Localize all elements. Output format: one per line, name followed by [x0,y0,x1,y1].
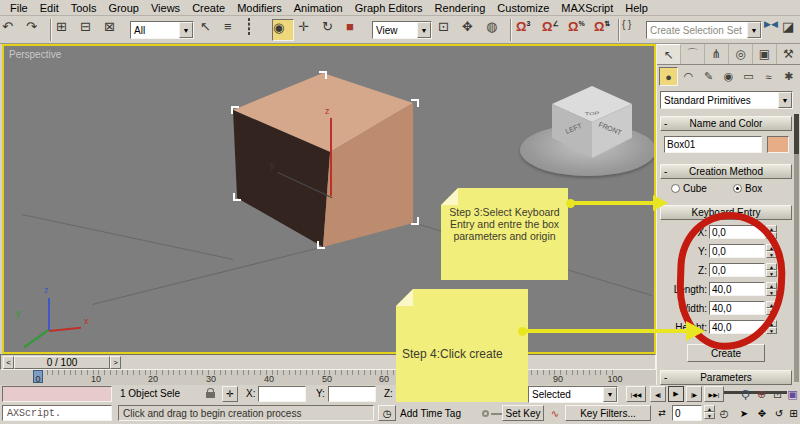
panel-scrollbar[interactable] [794,114,799,382]
menu-views[interactable]: Views [145,2,186,14]
move-icon[interactable]: ✛ [298,19,320,41]
chevron-down-icon[interactable]: ▼ [778,92,792,108]
undo-icon[interactable]: ↶ [2,19,24,41]
viewcube[interactable]: TOP LEFT FRONT [552,86,632,158]
selection-filter-dropdown[interactable]: All ▼ [130,21,194,39]
previous-frame-button[interactable]: ◀| [650,386,666,402]
spinner-down-icon[interactable]: ▼ [704,412,715,419]
create-selection-set-dropdown[interactable]: Create Selection Set ▼ [646,21,762,39]
menu-edit[interactable]: Edit [34,2,65,14]
radio-cube[interactable]: Cube [671,183,707,194]
new-key-curve-icon[interactable]: ∿ [548,405,562,421]
angle-snap-icon[interactable]: Ω∠ [542,19,564,41]
pan-view-button[interactable]: ✥ [754,405,770,421]
select-object-icon[interactable]: ↖ [200,19,222,41]
time-slider-button[interactable]: 0 / 100 [14,356,110,369]
subtab-spacewarps[interactable]: ≈ [759,67,778,86]
maxscript-mini-listener[interactable]: AXScript. [2,405,112,421]
object-color-swatch[interactable] [767,136,789,153]
subtab-systems[interactable]: ✱ [779,67,798,86]
key-mode-toggle[interactable]: ⇄ [654,405,670,421]
frame-spinner[interactable]: ▲▼ [704,405,715,419]
field-of-view-button[interactable]: ➤ [736,405,752,421]
tab-create[interactable]: ↖ [657,44,681,64]
use-pivot-icon[interactable]: ⊡ [438,19,460,41]
set-key-button[interactable]: Set Key [502,405,544,421]
absolute-offset-toggle[interactable]: ✛ [222,386,238,402]
time-configuration-button[interactable]: ◴ [716,405,732,421]
snap-toggle-icon[interactable]: Ω3 [516,19,538,41]
align-icon[interactable]: ◪ [782,19,800,41]
named-selection-sets-icon[interactable]: { } [622,19,644,41]
tab-motion[interactable]: ◎ [729,44,753,64]
menu-modifiers[interactable]: Modifiers [231,2,288,14]
tab-modify[interactable]: ⌒ [681,44,705,64]
next-frame-button[interactable]: |▶ [686,386,702,402]
tab-utilities[interactable]: ⚒ [777,44,800,64]
radio-box[interactable]: Box [733,183,762,194]
maxscript-mini-listener-pink[interactable] [2,386,112,402]
time-tag-clock-button[interactable]: ◷ [378,405,396,421]
zoom-all-icon[interactable]: ⊕ [754,386,769,402]
select-link-icon[interactable]: ⊞ [56,19,78,41]
box-object[interactable] [233,73,419,249]
key-filters-button[interactable]: Key Filters... [565,405,651,421]
chevron-down-icon[interactable]: ▼ [417,22,431,38]
chevron-down-icon[interactable]: ▼ [747,22,761,38]
menu-file[interactable]: File [4,2,34,14]
maximize-viewport-button[interactable]: ⊞ [787,405,800,421]
menu-group[interactable]: Group [102,2,145,14]
add-time-tag-label[interactable]: Add Time Tag [400,408,461,419]
play-button[interactable]: ▶ [668,386,684,402]
menu-tools[interactable]: Tools [65,2,103,14]
window-crossing-icon[interactable]: ◉ [272,19,294,41]
rotate-icon[interactable]: ↻ [322,19,344,41]
reference-coordinate-dropdown[interactable]: View ▼ [372,21,432,39]
bind-spacewarp-icon[interactable]: ⊠ [104,19,126,41]
rollout-name-and-color[interactable]: - Name and Color [660,116,792,131]
subtab-lights[interactable]: ✎ [699,67,718,86]
menu-maxscript[interactable]: MAXScript [555,2,619,14]
toggle-set-key-mode-button[interactable] [470,405,500,421]
time-slider-prev-button[interactable]: < [3,356,14,369]
chevron-down-icon[interactable]: ▼ [179,22,193,38]
zoom-extents-all-icon[interactable]: ▣ [785,386,800,402]
subtab-shapes[interactable]: ◠ [679,67,698,86]
percent-snap-icon[interactable]: Ω% [568,19,590,41]
menu-help[interactable]: Help [619,2,654,14]
primitives-category-dropdown[interactable]: Standard Primitives ▼ [660,91,793,109]
tab-hierarchy[interactable]: ⋔ [705,44,729,64]
scrollbar-thumb[interactable] [794,114,799,154]
x-coord-input[interactable] [258,386,306,402]
viewport-label[interactable]: Perspective [9,49,61,60]
subtab-geometry[interactable]: ● [659,67,678,86]
scale-icon[interactable]: ■ [346,19,368,41]
y-coord-input[interactable] [328,386,376,402]
shade-selected-icon[interactable]: ◍ [486,19,508,41]
menu-customize[interactable]: Customize [491,2,555,14]
selection-lock-icon[interactable] [206,392,215,398]
go-to-end-button[interactable]: ▶▶| [704,386,724,402]
spinner-up-icon[interactable]: ▲ [704,405,715,412]
menu-create[interactable]: Create [186,2,231,14]
zoom-extents-icon[interactable]: ⊡ [770,386,785,402]
region-select-icon[interactable] [248,19,270,41]
menu-animation[interactable]: Animation [288,2,349,14]
rollout-parameters[interactable]: - Parameters [660,370,792,385]
rollout-creation-method[interactable]: - Creation Method [660,164,792,179]
zoom-tool-icon[interactable]: Ϙ [738,386,753,402]
tab-display[interactable]: ▣ [753,44,777,64]
subtab-cameras[interactable]: ◉ [719,67,738,86]
spinner-snap-icon[interactable]: Ω⇅ [594,19,616,41]
object-name-input[interactable] [664,136,762,153]
subtab-helpers[interactable]: ▭ [739,67,758,86]
arc-rotate-button[interactable]: ↺ [771,405,787,421]
selected-filter-dropdown[interactable]: Selected ▼ [528,386,618,403]
select-manipulate-icon[interactable]: ✥ [462,19,484,41]
redo-icon[interactable]: ↷ [26,19,48,41]
select-by-name-icon[interactable]: ≡ [224,19,246,41]
chevron-down-icon[interactable]: ▼ [603,387,617,402]
menu-rendering[interactable]: Rendering [429,2,492,14]
current-frame-input[interactable] [672,405,702,421]
go-to-start-button[interactable]: |◀◀ [626,386,646,402]
